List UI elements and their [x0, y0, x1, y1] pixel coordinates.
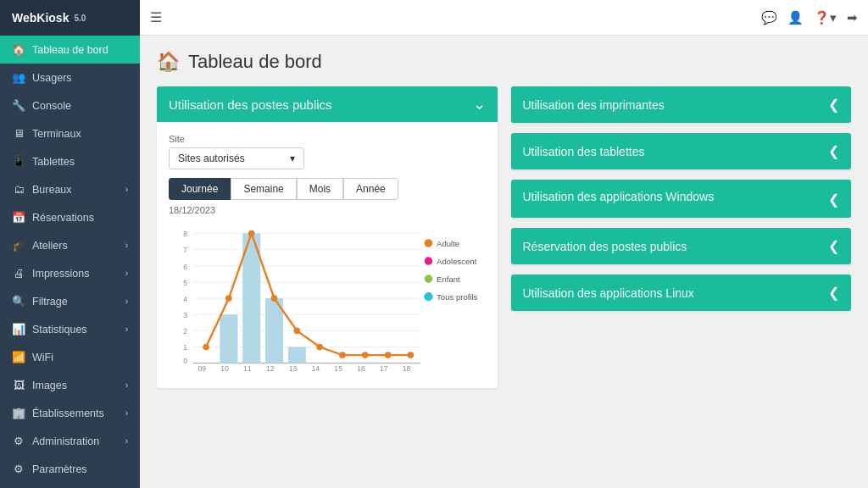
- sidebar-label-wifi: WiFi: [32, 352, 53, 363]
- sidebar-label-reservations: Réservations: [32, 212, 94, 224]
- svg-text:7: 7: [183, 246, 187, 254]
- sidebar-label-statistiques: Statistiques: [32, 324, 87, 336]
- svg-text:11: 11: [243, 364, 252, 373]
- sidebar: WebKiosk 5.0 🏠 Tableau de bord 👥 Usagers…: [0, 0, 140, 488]
- sidebar-chevron-ateliers: ›: [125, 241, 128, 250]
- site-value: Sites autorisés: [178, 152, 245, 164]
- sidebar-item-filtrage[interactable]: 🔍 Filtrage ›: [0, 287, 140, 315]
- left-panel: Utilisation des postes publics ⌄ Site Si…: [157, 86, 498, 388]
- logo-version: 5.0: [74, 14, 86, 23]
- legend-adolescent-label: Adolescent: [437, 257, 477, 266]
- bar-10: [220, 314, 237, 363]
- sidebar-chevron-impressions: ›: [125, 269, 128, 278]
- card-tablettes-chevron: ❮: [828, 143, 839, 159]
- svg-text:2: 2: [183, 327, 187, 336]
- sidebar-label-administration: Administration: [32, 435, 99, 447]
- card-tablettes[interactable]: Utilisation des tablettes ❮: [511, 133, 852, 169]
- card-apps-windows-label: Utilisation des applications Windows: [523, 190, 715, 203]
- card-apps-linux[interactable]: Utilisation des applications Linux ❮: [511, 274, 852, 311]
- sidebar-item-images[interactable]: 🖼 Images ›: [0, 371, 140, 399]
- sidebar-icon-reservations: 📅: [12, 211, 25, 224]
- dot-17: [385, 352, 392, 358]
- sidebar-chevron-images: ›: [125, 380, 128, 390]
- dot-15: [339, 352, 346, 358]
- user-icon[interactable]: 👤: [787, 10, 804, 25]
- sidebar-item-tablettes[interactable]: 📱 Tablettes: [0, 147, 140, 175]
- sidebar-item-administration[interactable]: ⚙ Administration ›: [0, 427, 140, 455]
- legend-enfant-label: Enfant: [437, 274, 460, 284]
- dot-14: [316, 344, 323, 351]
- sidebar-icon-ateliers: 🎓: [12, 239, 25, 252]
- legend-adulte-label: Adulte: [437, 239, 459, 248]
- card-reservation-label: Réservation des postes publics: [523, 240, 687, 253]
- dashboard-grid: Utilisation des postes publics ⌄ Site Si…: [157, 86, 851, 388]
- period-btn-mois[interactable]: Mois: [297, 178, 343, 200]
- left-panel-title: Utilisation des postes publics: [169, 97, 332, 112]
- svg-text:1: 1: [183, 343, 187, 352]
- svg-text:12: 12: [266, 364, 275, 373]
- dot-12: [271, 295, 278, 302]
- sidebar-item-console[interactable]: 🔧 Console: [0, 92, 140, 119]
- sidebar-label-usagers: Usagers: [32, 72, 72, 84]
- sidebar-label-parametres: Paramètres: [32, 463, 87, 475]
- sidebar-icon-parametres: ⚙: [12, 463, 25, 475]
- left-panel-header[interactable]: Utilisation des postes publics ⌄: [157, 86, 498, 122]
- hamburger-icon[interactable]: ☰: [150, 9, 162, 25]
- card-apps-windows[interactable]: Utilisation des applications Windows ❮: [511, 180, 852, 218]
- svg-text:10: 10: [220, 364, 229, 373]
- svg-text:09: 09: [198, 364, 206, 373]
- svg-text:3: 3: [183, 311, 187, 319]
- sidebar-item-tableau-de-bord[interactable]: 🏠 Tableau de bord: [0, 36, 140, 64]
- sidebar-icon-administration: ⚙: [12, 435, 25, 447]
- sidebar-item-usagers[interactable]: 👥 Usagers: [0, 64, 140, 92]
- chat-icon[interactable]: 💬: [761, 10, 777, 25]
- sidebar-item-terminaux[interactable]: 🖥 Terminaux: [0, 119, 140, 147]
- card-reservation[interactable]: Réservation des postes publics ❮: [511, 228, 852, 264]
- chart-svg: 8 7 6 5 4 3 2 1 0: [169, 224, 486, 376]
- sidebar-icon-tableau-de-bord: 🏠: [12, 43, 25, 56]
- card-tablettes-label: Utilisation des tablettes: [523, 145, 645, 158]
- home-icon: 🏠: [157, 51, 180, 73]
- legend-adulte-dot: [425, 239, 433, 247]
- date-label: 18/12/2023: [169, 205, 486, 215]
- legend-tous-label: Tous profils: [437, 292, 478, 302]
- site-select[interactable]: Sites autorisés ▾: [169, 147, 304, 169]
- logout-icon[interactable]: ➡: [847, 10, 858, 25]
- period-btn-semaine[interactable]: Semaine: [231, 178, 296, 200]
- sidebar-item-reservations[interactable]: 📅 Réservations: [0, 203, 140, 231]
- sidebar-icon-wifi: 📶: [12, 351, 25, 363]
- site-select-chevron: ▾: [290, 152, 295, 164]
- legend-tous-dot: [425, 292, 433, 301]
- sidebar-label-bureaux: Bureaux: [32, 184, 72, 196]
- sidebar-item-statistiques[interactable]: 📊 Statistiques ›: [0, 315, 140, 343]
- card-imprimantes-chevron: ❮: [828, 97, 839, 113]
- sidebar-item-impressions[interactable]: 🖨 Impressions ›: [0, 259, 140, 287]
- sidebar-label-filtrage: Filtrage: [32, 296, 68, 308]
- bar-13: [288, 347, 306, 363]
- svg-text:16: 16: [357, 364, 365, 373]
- topbar: ☰ 💬 👤 ❓▾ ➡: [140, 0, 868, 36]
- svg-text:13: 13: [289, 364, 298, 373]
- card-reservation-chevron: ❮: [828, 238, 839, 254]
- sidebar-icon-impressions: 🖨: [12, 267, 25, 280]
- dot-10: [225, 295, 232, 302]
- sidebar-logo: WebKiosk 5.0: [0, 0, 140, 36]
- svg-text:15: 15: [334, 364, 342, 373]
- sidebar-icon-images: 🖼: [12, 379, 25, 391]
- card-apps-windows-chevron: ❮: [828, 191, 839, 208]
- svg-text:6: 6: [183, 263, 187, 271]
- svg-text:17: 17: [380, 364, 388, 373]
- period-btn-journee[interactable]: Journée: [169, 178, 231, 200]
- card-imprimantes[interactable]: Utilisation des imprimantes ❮: [511, 86, 852, 123]
- sidebar-item-etablissements[interactable]: 🏢 Établissements ›: [0, 399, 140, 427]
- sidebar-item-bureaux[interactable]: 🗂 Bureaux ›: [0, 175, 140, 203]
- sidebar-chevron-filtrage: ›: [125, 297, 128, 306]
- sidebar-label-images: Images: [32, 380, 67, 391]
- site-label: Site: [169, 134, 486, 144]
- sidebar-item-wifi[interactable]: 📶 WiFi: [0, 343, 140, 371]
- card-apps-linux-label: Utilisation des applications Linux: [523, 286, 694, 300]
- sidebar-item-ateliers[interactable]: 🎓 Ateliers ›: [0, 231, 140, 259]
- period-btn-annee[interactable]: Année: [343, 178, 398, 200]
- help-icon[interactable]: ❓▾: [814, 10, 837, 25]
- sidebar-item-parametres[interactable]: ⚙ Paramètres: [0, 455, 140, 483]
